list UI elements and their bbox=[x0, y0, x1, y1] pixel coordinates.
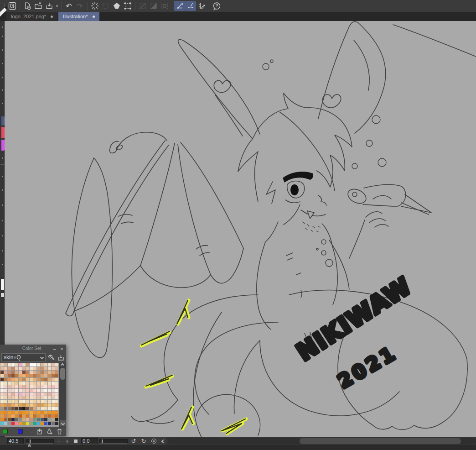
color-swatch[interactable] bbox=[11, 396, 15, 399]
partial-tool-icon[interactable] bbox=[2, 26, 3, 28]
color-swatch[interactable] bbox=[33, 418, 36, 421]
color-swatch[interactable] bbox=[26, 363, 29, 366]
zoom-out-button[interactable]: − bbox=[56, 438, 62, 444]
color-swatch[interactable] bbox=[37, 400, 40, 403]
color-swatch[interactable] bbox=[48, 407, 51, 410]
color-swatch[interactable] bbox=[11, 389, 15, 392]
color-swatch[interactable] bbox=[15, 382, 18, 385]
selection-border-button[interactable] bbox=[137, 1, 148, 11]
color-swatch[interactable] bbox=[26, 414, 29, 418]
zoom-slider-handle[interactable] bbox=[30, 440, 31, 443]
color-swatch[interactable] bbox=[26, 378, 29, 381]
color-swatch[interactable] bbox=[30, 374, 33, 377]
color-swatch[interactable] bbox=[37, 403, 40, 407]
color-swatch[interactable] bbox=[19, 411, 22, 414]
snap-to-special-ruler-button[interactable] bbox=[185, 1, 196, 11]
invert-selection-button[interactable] bbox=[111, 1, 122, 11]
color-swatch[interactable] bbox=[0, 422, 4, 425]
color-swatch[interactable] bbox=[4, 422, 7, 425]
color-swatch[interactable] bbox=[55, 378, 58, 381]
selection-fill-button[interactable] bbox=[148, 1, 159, 11]
rotation-slider-handle[interactable] bbox=[102, 440, 103, 443]
partial-tool-icon[interactable] bbox=[2, 63, 3, 64]
color-swatch[interactable] bbox=[8, 363, 11, 366]
color-swatch[interactable] bbox=[44, 389, 47, 392]
color-swatch[interactable] bbox=[44, 414, 47, 418]
color-swatch[interactable] bbox=[33, 382, 36, 385]
color-swatch[interactable] bbox=[48, 396, 51, 399]
color-swatch[interactable] bbox=[22, 374, 26, 377]
color-swatch[interactable] bbox=[8, 389, 11, 392]
color-swatch[interactable] bbox=[11, 422, 15, 425]
partial-tool-icon[interactable] bbox=[1, 140, 5, 151]
color-swatch[interactable] bbox=[44, 363, 47, 366]
color-swatch[interactable] bbox=[41, 414, 44, 418]
close-button[interactable]: × bbox=[59, 346, 65, 351]
color-swatch[interactable] bbox=[15, 371, 18, 374]
color-swatch[interactable] bbox=[30, 385, 33, 388]
color-swatch[interactable] bbox=[52, 396, 55, 399]
color-swatch[interactable] bbox=[11, 367, 15, 370]
color-swatch[interactable] bbox=[33, 396, 36, 399]
color-swatch[interactable] bbox=[15, 378, 18, 381]
color-swatch[interactable] bbox=[52, 382, 55, 385]
clip-studio-button[interactable] bbox=[7, 1, 18, 11]
color-swatch[interactable] bbox=[55, 389, 58, 392]
color-swatch[interactable] bbox=[52, 414, 55, 418]
color-swatch[interactable] bbox=[4, 418, 7, 421]
color-swatch[interactable] bbox=[33, 403, 36, 407]
color-swatch[interactable] bbox=[30, 422, 33, 425]
color-swatch[interactable] bbox=[48, 382, 51, 385]
color-swatch[interactable] bbox=[30, 396, 33, 399]
color-swatch[interactable] bbox=[11, 371, 15, 374]
color-swatch[interactable] bbox=[48, 411, 51, 414]
color-swatch[interactable] bbox=[15, 400, 18, 403]
color-swatch[interactable] bbox=[8, 407, 11, 410]
color-swatch[interactable] bbox=[55, 411, 58, 414]
color-swatch[interactable] bbox=[8, 414, 11, 418]
color-swatch[interactable] bbox=[37, 382, 40, 385]
color-swatch[interactable] bbox=[15, 389, 18, 392]
color-swatch[interactable] bbox=[44, 403, 47, 407]
color-swatch[interactable] bbox=[15, 363, 18, 366]
color-swatch[interactable] bbox=[15, 374, 18, 377]
color-swatch[interactable] bbox=[19, 378, 22, 381]
snap-to-grid-button[interactable] bbox=[196, 1, 207, 11]
color-swatch[interactable] bbox=[44, 392, 47, 396]
color-swatch[interactable] bbox=[8, 385, 11, 388]
color-swatch[interactable] bbox=[19, 403, 22, 407]
color-swatch[interactable] bbox=[15, 392, 18, 396]
color-swatch[interactable] bbox=[19, 389, 22, 392]
color-swatch[interactable] bbox=[55, 396, 58, 399]
color-swatch[interactable] bbox=[22, 400, 26, 403]
zoom-value-field[interactable]: 40.5 bbox=[7, 438, 24, 444]
color-swatch[interactable] bbox=[26, 403, 29, 407]
color-swatch[interactable] bbox=[44, 411, 47, 414]
color-swatch[interactable] bbox=[52, 403, 55, 407]
color-swatch[interactable] bbox=[44, 400, 47, 403]
partial-tool-icon[interactable] bbox=[0, 164, 4, 165]
color-swatch[interactable] bbox=[0, 396, 4, 399]
color-swatch[interactable] bbox=[26, 396, 29, 399]
color-swatch[interactable] bbox=[48, 367, 51, 370]
undo-button[interactable]: ↶ bbox=[63, 1, 74, 11]
color-swatch[interactable] bbox=[52, 363, 55, 366]
color-swatch[interactable] bbox=[19, 407, 22, 410]
color-swatch[interactable] bbox=[22, 414, 26, 418]
color-swatch[interactable] bbox=[0, 400, 4, 403]
deselect-button[interactable] bbox=[100, 1, 111, 11]
color-swatch[interactable] bbox=[15, 407, 18, 410]
color-swatch[interactable] bbox=[44, 422, 47, 425]
color-swatch[interactable] bbox=[0, 403, 4, 407]
color-swatch[interactable] bbox=[15, 403, 18, 407]
color-swatch[interactable] bbox=[30, 378, 33, 381]
color-swatch[interactable] bbox=[8, 382, 11, 385]
color-swatch[interactable] bbox=[4, 396, 7, 399]
color-swatch[interactable] bbox=[30, 392, 33, 396]
selection-inner-button[interactable] bbox=[159, 1, 170, 11]
color-swatch[interactable] bbox=[4, 378, 7, 381]
rotate-cw-button[interactable]: ↻ bbox=[140, 438, 148, 445]
color-swatch[interactable] bbox=[41, 418, 44, 421]
color-swatch[interactable] bbox=[41, 411, 44, 414]
color-swatch[interactable] bbox=[0, 392, 4, 396]
